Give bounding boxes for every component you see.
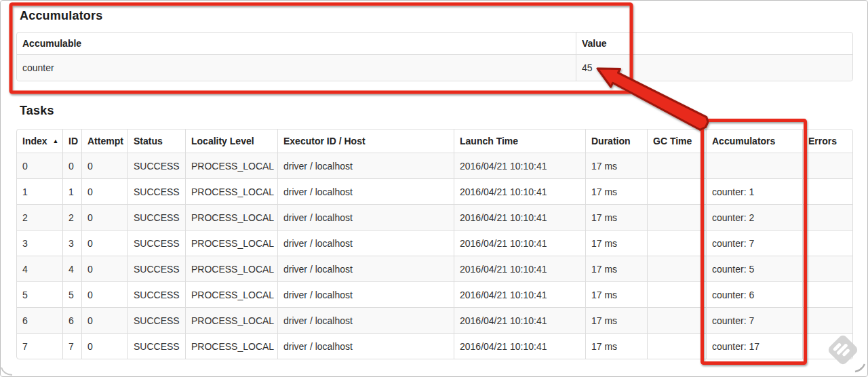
table-row: 660SUCCESSPROCESS_LOCALdriver / localhos… [17,307,852,333]
cell-errors [802,281,852,307]
cell-status: SUCCESS [127,333,185,359]
launch-time-column-header[interactable]: Launch Time [454,130,585,153]
table-row: 220SUCCESSPROCESS_LOCALdriver / localhos… [17,204,852,230]
cell-id: 4 [62,256,81,281]
cell-accumulators: counter: 6 [706,281,802,307]
cell-id: 5 [62,281,81,307]
cell-status: SUCCESS [127,281,185,307]
cell-attempt: 0 [81,256,127,281]
cell-id: 1 [62,178,81,204]
tasks-table-body: 000SUCCESSPROCESS_LOCALdriver / localhos… [17,153,852,359]
cell-status: SUCCESS [127,178,185,204]
cell-attempt: 0 [81,230,127,256]
cell-errors [802,178,852,204]
cell-launch: 2016/04/21 10:10:41 [454,178,585,204]
cell-errors [802,307,852,333]
tasks-section-title: Tasks [20,104,868,117]
cell-launch: 2016/04/21 10:10:41 [454,153,585,178]
accumulators-table: Accumulable Value counter45 [16,32,853,81]
gc-time-column-header[interactable]: GC Time [647,130,706,153]
cell-locality: PROCESS_LOCAL [185,153,277,178]
cell-duration: 17 ms [585,307,647,333]
errors-column-header[interactable]: Errors [802,130,852,153]
cell-index: 4 [17,256,62,281]
cell-launch: 2016/04/21 10:10:41 [454,204,585,230]
executor-id-host-column-header[interactable]: Executor ID / Host [277,130,454,153]
cell-gc [647,230,706,256]
cell-status: SUCCESS [127,256,185,281]
cell-launch: 2016/04/21 10:10:41 [454,230,585,256]
table-row: counter45 [17,54,852,81]
cell-accumulators: counter: 17 [706,333,802,359]
cell-duration: 17 ms [585,204,647,230]
cell-executor: driver / localhost [277,307,454,333]
cell-gc [647,281,706,307]
table-header-row: Accumulable Value [17,33,852,54]
accumulators-section-title: Accumulators [20,9,868,22]
cell-executor: driver / localhost [277,230,454,256]
cell-index: 0 [17,153,62,178]
cell-status: SUCCESS [127,204,185,230]
cell-errors [802,153,852,178]
index-column-label: Index [22,136,47,146]
index-column-header[interactable]: Index▲ [17,130,62,153]
table-row: 330SUCCESSPROCESS_LOCALdriver / localhos… [17,230,852,256]
cell-accumulators [706,153,802,178]
cell-locality: PROCESS_LOCAL [185,204,277,230]
id-column-header[interactable]: ID [62,130,81,153]
cell-index: 6 [17,307,62,333]
table-row: 440SUCCESSPROCESS_LOCALdriver / localhos… [17,256,852,281]
cell-locality: PROCESS_LOCAL [185,256,277,281]
cell-accumulators: counter: 2 [706,204,802,230]
cell-gc [647,333,706,359]
cell-attempt: 0 [81,307,127,333]
cell-executor: driver / localhost [277,178,454,204]
sort-asc-icon: ▲ [53,138,59,144]
cell-duration: 17 ms [585,230,647,256]
cell-id: 6 [62,307,81,333]
cell-gc [647,153,706,178]
cell-launch: 2016/04/21 10:10:41 [454,333,585,359]
cell-gc [647,256,706,281]
cell-launch: 2016/04/21 10:10:41 [454,281,585,307]
cell-executor: driver / localhost [277,153,454,178]
value-column-header[interactable]: Value [576,33,852,54]
table-row: 770SUCCESSPROCESS_LOCALdriver / localhos… [17,333,852,359]
cell-status: SUCCESS [127,153,185,178]
cell-attempt: 0 [81,333,127,359]
cell-duration: 17 ms [585,178,647,204]
table-row: 110SUCCESSPROCESS_LOCALdriver / localhos… [17,178,852,204]
cell-executor: driver / localhost [277,256,454,281]
cell-gc [647,307,706,333]
cell-attempt: 0 [81,178,127,204]
cell-id: 7 [62,333,81,359]
accumulators-table-body: counter45 [17,54,852,81]
cell-index: 7 [17,333,62,359]
cell-launch: 2016/04/21 10:10:41 [454,256,585,281]
cell-index: 2 [17,204,62,230]
cell-id: 3 [62,230,81,256]
accumulators-column-header[interactable]: Accumulators [706,130,802,153]
cell-errors [802,333,852,359]
accumulable-column-header[interactable]: Accumulable [17,33,576,54]
table-row: 000SUCCESSPROCESS_LOCALdriver / localhos… [17,153,852,178]
cell-gc [647,204,706,230]
cell-gc [647,178,706,204]
locality-level-column-header[interactable]: Locality Level [185,130,277,153]
cell-duration: 17 ms [585,281,647,307]
attempt-column-header[interactable]: Attempt [81,130,127,153]
cell-accumulators: counter: 5 [706,256,802,281]
cell-attempt: 0 [81,281,127,307]
cell-errors [802,256,852,281]
status-column-header[interactable]: Status [127,130,185,153]
duration-column-header[interactable]: Duration [585,130,647,153]
table-header-row: Index▲ ID Attempt Status Locality Level … [17,130,852,153]
cell-status: SUCCESS [127,230,185,256]
cell-attempt: 0 [81,204,127,230]
cell-duration: 17 ms [585,153,647,178]
cell-duration: 17 ms [585,333,647,359]
cell-executor: driver / localhost [277,204,454,230]
cell-executor: driver / localhost [277,281,454,307]
cell-executor: driver / localhost [277,333,454,359]
spark-stage-page: Accumulators Accumulable Value counter45… [0,0,868,377]
